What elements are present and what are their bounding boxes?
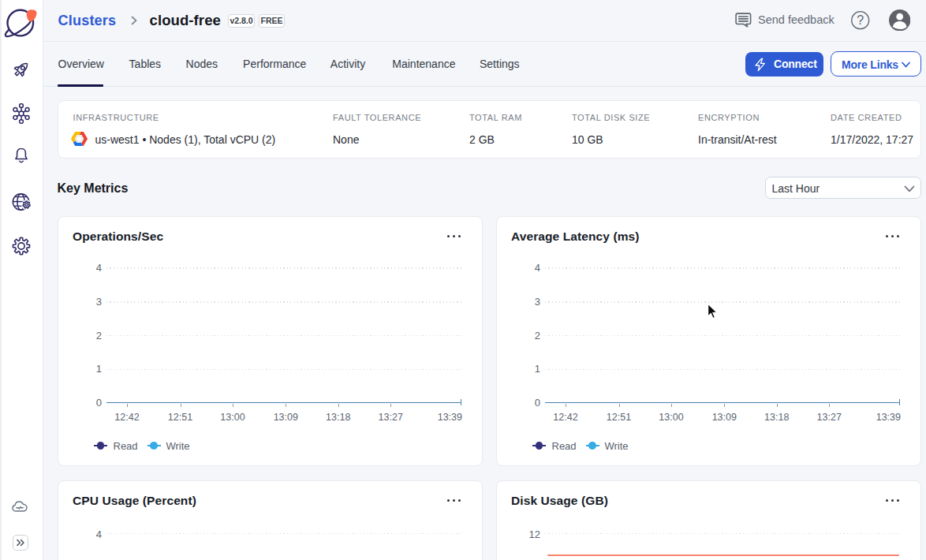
svg-text:?: ? <box>857 13 864 27</box>
